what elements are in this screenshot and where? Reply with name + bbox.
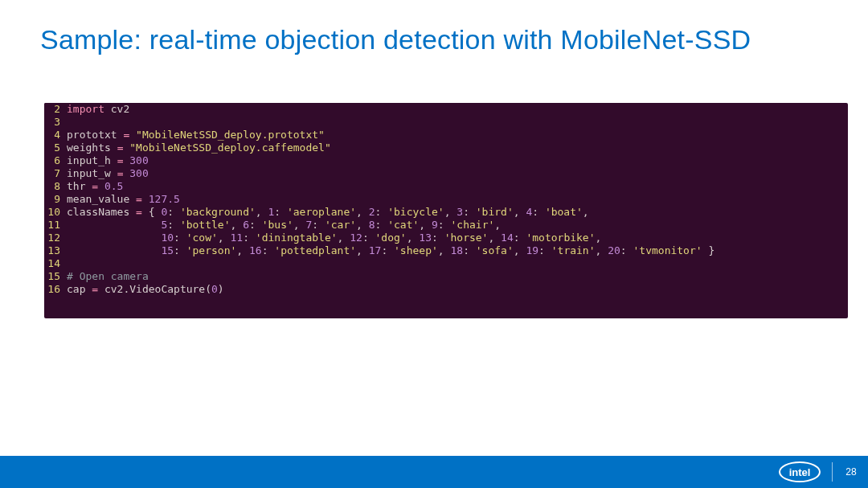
code-line: 13 15: 'person', 16: 'pottedplant', 17: … (44, 244, 848, 257)
line-number: 6 (44, 154, 65, 167)
code-line: 5weights = "MobileNetSSD_deploy.caffemod… (44, 141, 848, 154)
code-text: prototxt = "MobileNetSSD_deploy.prototxt… (65, 129, 848, 141)
line-number: 9 (44, 193, 65, 206)
line-number: 13 (44, 244, 65, 257)
line-number: 5 (44, 141, 65, 154)
intel-logo-icon: intel (779, 461, 821, 482)
line-number: 15 (44, 270, 65, 283)
slide: Sample: real-time objection detection wi… (0, 0, 868, 488)
code-text (65, 116, 848, 129)
line-number: 4 (44, 129, 65, 141)
code-text: thr = 0.5 (65, 180, 848, 193)
code-line: 4prototxt = "MobileNetSSD_deploy.prototx… (44, 129, 848, 141)
code-line: 3 (44, 116, 848, 129)
intel-logo-text: intel (789, 466, 811, 478)
page-number: 28 (844, 466, 858, 478)
slide-footer: intel 28 (0, 456, 868, 488)
code-text: cap = cv2.VideoCapture(0) (65, 283, 848, 296)
code-text: weights = "MobileNetSSD_deploy.caffemode… (65, 141, 848, 154)
code-text: 10: 'cow', 11: 'diningtable', 12: 'dog',… (65, 232, 848, 244)
line-number: 14 (44, 257, 65, 270)
code-line: 8thr = 0.5 (44, 180, 848, 193)
code-line: 7input_w = 300 (44, 167, 848, 180)
footer-right-group: intel 28 (779, 456, 858, 488)
code-line: 16cap = cv2.VideoCapture(0) (44, 283, 848, 296)
code-text: mean_value = 127.5 (65, 193, 848, 206)
footer-divider (832, 462, 833, 482)
code-line: 9mean_value = 127.5 (44, 193, 848, 206)
code-line: 14 (44, 257, 848, 270)
code-line: 10classNames = { 0: 'background', 1: 'ae… (44, 206, 848, 219)
code-text: # Open camera (65, 270, 848, 283)
line-number: 3 (44, 116, 65, 129)
slide-title: Sample: real-time objection detection wi… (40, 24, 751, 55)
line-number: 7 (44, 167, 65, 180)
code-text: input_w = 300 (65, 167, 848, 180)
code-line: 6input_h = 300 (44, 154, 848, 167)
line-number: 11 (44, 219, 65, 232)
code-text: input_h = 300 (65, 154, 848, 167)
code-line: 2import cv2 (44, 103, 848, 116)
code-text: classNames = { 0: 'background', 1: 'aero… (65, 206, 848, 219)
code-line: 11 5: 'bottle', 6: 'bus', 7: 'car', 8: '… (44, 219, 848, 232)
line-number: 8 (44, 180, 65, 193)
code-block: 2import cv23 4prototxt = "MobileNetSSD_d… (44, 103, 848, 318)
code-text (65, 257, 848, 270)
code-text: 5: 'bottle', 6: 'bus', 7: 'car', 8: 'cat… (65, 219, 848, 232)
code-line: 15# Open camera (44, 270, 848, 283)
code-text: 15: 'person', 16: 'pottedplant', 17: 'sh… (65, 244, 848, 257)
line-number: 16 (44, 283, 65, 296)
line-number: 10 (44, 206, 65, 219)
line-number: 12 (44, 232, 65, 244)
line-number: 2 (44, 103, 65, 116)
code-text: import cv2 (65, 103, 848, 116)
code-line: 12 10: 'cow', 11: 'diningtable', 12: 'do… (44, 232, 848, 244)
